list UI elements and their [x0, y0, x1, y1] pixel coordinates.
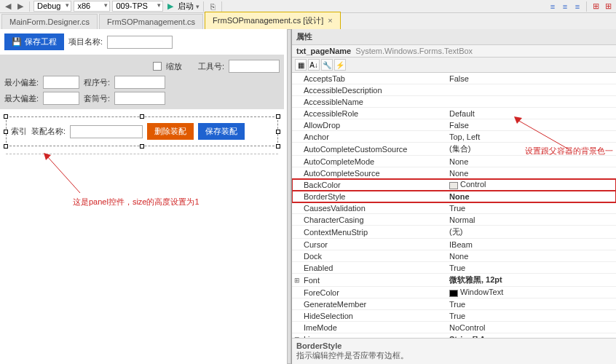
property-row-charactercasing[interactable]: CharacterCasingNormal: [292, 214, 616, 226]
property-row-contextmenustrip[interactable]: ContextMenuStrip(无): [292, 226, 616, 239]
property-row-accessiblename[interactable]: AccessibleName: [292, 96, 616, 108]
property-row-autocompletesource[interactable]: AutoCompleteSourceNone: [292, 167, 616, 179]
property-row-generatemember[interactable]: GenerateMemberTrue: [292, 298, 616, 310]
property-row-enabled[interactable]: EnabledTrue: [292, 262, 616, 274]
document-tabs: MainForm.Designer.cs FrmSOPmanagement.cs…: [0, 13, 616, 29]
programno-label: 程序号:: [84, 77, 110, 88]
sleeveno-input[interactable]: [114, 92, 165, 105]
property-row-borderstyle[interactable]: BorderStyleNone: [292, 191, 616, 202]
zoom-checkbox[interactable]: [153, 62, 162, 71]
align-icon[interactable]: ≡: [548, 1, 558, 12]
toolno-input[interactable]: [229, 60, 280, 73]
run-label[interactable]: 启动: [178, 1, 194, 12]
toolno-label: 工具号:: [198, 61, 224, 72]
align-icon[interactable]: ≡: [572, 1, 583, 12]
property-row-allowdrop[interactable]: AllowDropFalse: [292, 119, 616, 131]
svg-line-0: [47, 157, 80, 193]
property-row-causesvalidation[interactable]: CausesValidationTrue: [292, 202, 616, 214]
property-grid[interactable]: AcceptsTabFalseAccessibleDescriptionAcce…: [292, 73, 616, 338]
categorized-icon[interactable]: ▦: [295, 59, 307, 71]
zoom-label: 缩放: [166, 61, 182, 72]
events-icon[interactable]: ⚡: [334, 59, 346, 71]
minoffset-label: 最小偏差:: [4, 77, 39, 88]
property-row-acceptstab[interactable]: AcceptsTabFalse: [292, 73, 616, 84]
nav-back-icon[interactable]: ◀: [3, 1, 13, 12]
property-row-accessibledescription[interactable]: AccessibleDescription: [292, 84, 616, 96]
selected-object[interactable]: txt_pageName System.Windows.Forms.TextBo…: [292, 45, 616, 58]
property-toolbar: ▦ A↓ 🔧 ⚡: [292, 58, 616, 73]
property-row-backcolor[interactable]: BackColorControl: [292, 179, 616, 191]
spacing-icon[interactable]: ⊞: [603, 1, 613, 12]
project-dropdown[interactable]: 009-TPS: [112, 1, 163, 12]
designer-surface[interactable]: 💾保存工程 项目名称: 缩放 工具号: 最小偏差: 程序号:: [0, 29, 291, 364]
maxoffset-input[interactable]: [43, 92, 79, 105]
property-row-anchor[interactable]: AnchorTop, Left: [292, 131, 616, 143]
property-row-font[interactable]: ⊞Font微软雅黑, 12pt: [292, 274, 616, 287]
splitter[interactable]: [287, 29, 291, 364]
maxoffset-label: 最大偏差:: [4, 93, 39, 104]
index-label: 索引: [11, 126, 27, 137]
save-project-button[interactable]: 💾保存工程: [4, 33, 64, 50]
form-gray-panel: 缩放 工具号: 最小偏差: 程序号: 最大偏差: 套筒号:: [0, 55, 284, 109]
config-platform-dropdown[interactable]: x86: [74, 1, 110, 12]
annotation-bg-note: 设置跟父容器的背景色一: [525, 146, 613, 157]
properties-panel: 属性 txt_pageName System.Windows.Forms.Tex…: [291, 29, 616, 364]
property-row-cursor[interactable]: CursorIBeam: [292, 239, 616, 250]
property-row-autocompletemode[interactable]: AutoCompleteModeNone: [292, 156, 616, 167]
property-row-dock[interactable]: DockNone: [292, 250, 616, 262]
sleeveno-label: 套筒号:: [84, 93, 110, 104]
property-row-forecolor[interactable]: ForeColorWindowText: [292, 287, 616, 298]
project-name-input[interactable]: [107, 36, 173, 49]
properties-icon[interactable]: 🔧: [321, 59, 333, 71]
project-name-label: 项目名称:: [68, 36, 103, 47]
nav-fwd-icon[interactable]: ▶: [15, 1, 25, 12]
close-icon[interactable]: ×: [328, 16, 332, 25]
tab-frmsop-design[interactable]: FrmSOPmanagement.cs [设计]×: [205, 12, 341, 29]
spacing-icon[interactable]: ⊞: [591, 1, 601, 12]
property-row-hideselection[interactable]: HideSelectionTrue: [292, 310, 616, 322]
alphabetical-icon[interactable]: A↓: [308, 59, 320, 71]
align-icon[interactable]: ≡: [560, 1, 570, 12]
annotation-panel-note: 这是panel控件，size的高度设置为1: [73, 197, 200, 207]
assembly-name-label: 装配名称:: [31, 126, 66, 137]
property-row-accessiblerole[interactable]: AccessibleRoleDefault: [292, 108, 616, 119]
save-assembly-button[interactable]: 保存装配: [198, 123, 245, 140]
tool-icon[interactable]: ⎘: [208, 1, 218, 12]
property-description: BorderStyle 指示编辑控件是否应带有边框。: [292, 338, 616, 364]
tab-frmsop-cs[interactable]: FrmSOPmanagement.cs: [99, 14, 203, 29]
minoffset-input[interactable]: [43, 76, 79, 89]
selected-control-wrapper[interactable]: 索引 装配名称: 删除装配 保存装配: [6, 116, 278, 146]
programno-input[interactable]: [114, 76, 165, 89]
property-row-imemode[interactable]: ImeModeNoControl: [292, 322, 616, 333]
config-debug-dropdown[interactable]: Debug: [33, 1, 71, 12]
tab-mainform-designer[interactable]: MainForm.Designer.cs: [1, 14, 98, 29]
assembly-name-input[interactable]: [70, 125, 143, 138]
play-icon[interactable]: ▶: [165, 1, 175, 12]
delete-assembly-button[interactable]: 删除装配: [147, 123, 194, 140]
properties-title: 属性: [292, 29, 616, 45]
